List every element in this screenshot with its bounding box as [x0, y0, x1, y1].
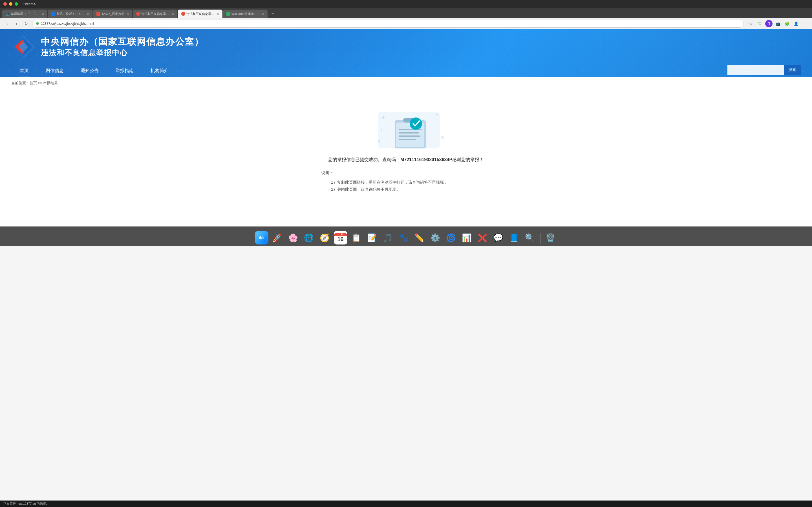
tab-4-label: 违法和不良信息举报中心: [186, 12, 214, 16]
back-button[interactable]: ‹: [3, 20, 11, 27]
svg-point-6: [436, 114, 438, 115]
tab-2-close[interactable]: ✕: [126, 12, 129, 15]
logo-container: [11, 35, 35, 59]
site-header: 中央网信办（国家互联网信息办公室） 违法和不良信息举报中心 首页 网信信息 通知…: [0, 29, 812, 77]
maximize-button[interactable]: [15, 2, 18, 6]
search-input[interactable]: [727, 65, 784, 75]
header-top: 中央网信办（国家互联网信息办公室） 违法和不良信息举报中心: [11, 35, 801, 59]
menu-button[interactable]: ⋮: [801, 20, 809, 27]
tab-5-close[interactable]: ✕: [262, 12, 264, 15]
address-bar[interactable]: 12377.cn/jbxzxq/jbxx/jbhz/jbhz.html: [32, 20, 744, 27]
dock-divider: [540, 233, 541, 244]
site-nav: 首页 网信信息 通知公告 举报指南 机构简介 搜索: [11, 64, 801, 77]
secure-icon: [36, 22, 39, 25]
avatar-button[interactable]: 👤: [792, 20, 800, 27]
calendar-month-label: 11月: [334, 233, 347, 236]
svg-text:+: +: [443, 118, 445, 122]
dock-photos[interactable]: 🌸: [287, 231, 300, 244]
tab-5[interactable]: WeGame游戏商店 - 发现... ✕: [223, 10, 267, 18]
tab-3[interactable]: 违法和不良信息举报中心 ✕: [133, 10, 177, 18]
forward-button[interactable]: ›: [13, 20, 20, 27]
thanks-text: 感谢您的举报！: [452, 157, 484, 162]
breadcrumb: 当前位置：首页 >> 举报结果: [0, 77, 812, 89]
address-text: 12377.cn/jbxzxq/jbxx/jbhz/jbhz.html: [41, 22, 94, 25]
tab-4-active[interactable]: 违法和不良信息举报中心 ✕: [178, 10, 222, 18]
minimize-button[interactable]: [9, 2, 12, 6]
tab-1[interactable]: 腾讯！投诉！12377！_... ✕: [48, 10, 93, 18]
success-text: 您的举报信息已提交成功。查询码：: [328, 157, 400, 162]
shield-icon[interactable]: 🛡: [756, 20, 763, 27]
nav-item-wangxin[interactable]: 网信信息: [37, 64, 72, 77]
dock-vectorize[interactable]: ✏️: [413, 231, 426, 244]
query-code: M721111619020153634P: [400, 157, 452, 162]
tab-3-favicon: [136, 12, 140, 16]
svg-point-19: [410, 118, 421, 129]
dock-reminders[interactable]: 📋: [350, 231, 363, 244]
toolbar-icons: ☆ 🛡 R 📺 🧩 👤 ⋮: [747, 20, 809, 27]
svg-rect-14: [399, 132, 419, 133]
dock-edge[interactable]: 🌀: [444, 231, 458, 244]
browser-title: Chrome: [22, 2, 36, 6]
tab-2-favicon: [96, 12, 100, 16]
tab-5-favicon: [226, 12, 231, 16]
header-title: 中央网信办（国家互联网信息办公室） 违法和不良信息举报中心: [41, 36, 204, 58]
success-illustration: + +: [361, 101, 451, 151]
tab-4-close[interactable]: ✕: [217, 12, 219, 15]
search-button[interactable]: 搜索: [784, 65, 801, 75]
dock-music[interactable]: 🎵: [381, 231, 395, 244]
tab-0-favicon: 📺: [6, 12, 10, 16]
nav-item-home[interactable]: 首页: [11, 64, 37, 77]
dock-chrome[interactable]: 🌐: [302, 231, 316, 244]
notice-section: 说明： （1）复制此页面链接，重新在浏览器中打开，该查询码将不再现现； （2）关…: [321, 170, 491, 193]
svg-text:+: +: [380, 128, 383, 132]
svg-point-5: [382, 116, 385, 119]
svg-point-8: [378, 140, 380, 143]
tab-0[interactable]: 📺 哔哩哔哩（ ゜- ゜）つロ 干... ✕: [2, 10, 47, 18]
extensions-button[interactable]: 🧩: [783, 20, 791, 27]
dock-finder[interactable]: [255, 231, 268, 244]
tab-0-close[interactable]: ✕: [42, 12, 44, 15]
dock-preferences[interactable]: ⚙️: [428, 231, 442, 244]
nav-item-guide[interactable]: 举报指南: [107, 64, 142, 77]
notice-item-2: （2）关闭此页面，该查询码将不再现现。: [327, 186, 491, 193]
nav-item-about[interactable]: 机构简介: [142, 64, 177, 77]
dock-word[interactable]: 📘: [507, 231, 521, 244]
dock-messages[interactable]: 💬: [492, 231, 505, 244]
dock-launchpad[interactable]: 🚀: [271, 231, 284, 244]
nav-search: 搜索: [727, 65, 801, 75]
tab-2-label: 12377_百度搜索: [101, 12, 124, 16]
tab-3-close[interactable]: ✕: [172, 12, 174, 15]
dock-magnifier[interactable]: 🔍: [523, 231, 537, 244]
nav-item-notice[interactable]: 通知公告: [72, 64, 107, 77]
svg-rect-16: [399, 139, 416, 140]
browser-frame: Chrome 📺 哔哩哔哩（ ゜- ゜）つロ 干... ✕ 腾讯！投诉！1237…: [0, 0, 812, 226]
tab-1-close[interactable]: ✕: [87, 12, 89, 15]
dock-notes[interactable]: 📝: [365, 231, 379, 244]
tab-5-label: WeGame游戏商店 - 发现...: [232, 12, 260, 16]
reload-button[interactable]: ↻: [22, 20, 30, 27]
success-message: 您的举报信息已提交成功。查询码：M721111619020153634P感谢您的…: [328, 157, 484, 163]
dock-paw[interactable]: 🐾: [397, 231, 410, 244]
dock-trash[interactable]: 🗑️: [544, 231, 557, 244]
header-title-sub: 违法和不良信息举报中心: [41, 48, 204, 58]
dock-appx[interactable]: ❌: [476, 231, 490, 244]
cast-button[interactable]: 📺: [774, 20, 781, 27]
dock-safari[interactable]: 🧭: [318, 231, 332, 244]
dock-bar: 🚀 🌸 🌐 🧭 11月 16 📋 📝 🎵 🐾 ✏️ ⚙️ 🌀 📊 ❌ 💬: [0, 226, 812, 246]
new-tab-button[interactable]: +: [268, 10, 278, 18]
svg-rect-15: [399, 135, 420, 137]
tab-1-favicon: [51, 12, 55, 16]
tab-0-label: 哔哩哔哩（ ゜- ゜）つロ 干...: [11, 12, 40, 16]
page-content: 中央网信办（国家互联网信息办公室） 违法和不良信息举报中心 首页 网信信息 通知…: [0, 29, 812, 226]
dock-calendar[interactable]: 11月 16: [334, 231, 347, 244]
dock-excel[interactable]: 📊: [460, 231, 474, 244]
browser-toolbar: ‹ › ↻ 12377.cn/jbxzxq/jbxx/jbhz/jbhz.htm…: [0, 18, 812, 29]
tab-2[interactable]: 12377_百度搜索 ✕: [93, 10, 132, 18]
close-button[interactable]: [3, 2, 7, 6]
tab-1-label: 腾讯！投诉！12377！_...: [56, 12, 85, 16]
profile-button[interactable]: R: [765, 20, 772, 27]
bookmark-button[interactable]: ☆: [747, 20, 755, 27]
main-content: + +: [0, 89, 812, 205]
svg-point-7: [441, 135, 444, 139]
notice-title: 说明：: [321, 170, 491, 177]
